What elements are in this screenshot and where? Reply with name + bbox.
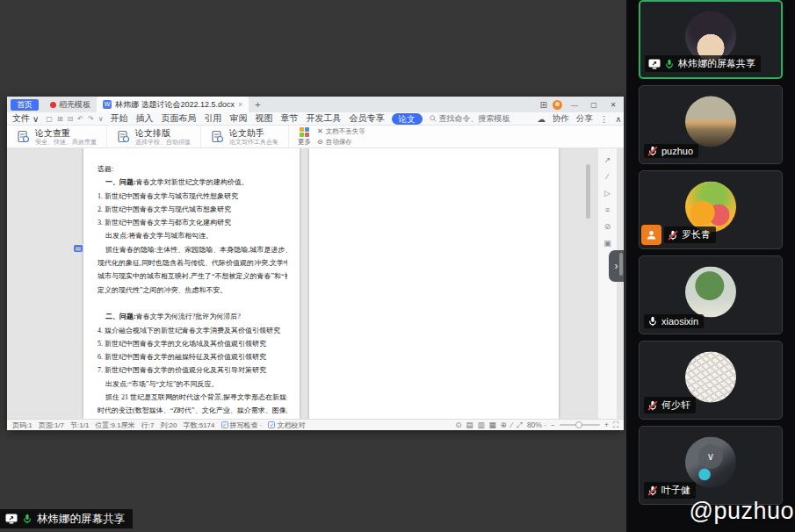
- participant-tile[interactable]: 罗长青: [639, 170, 783, 249]
- quick-tool-icon[interactable]: ▢: [46, 115, 53, 123]
- more-label: 更多: [298, 138, 311, 147]
- zoom-out-button[interactable]: −: [551, 421, 555, 429]
- ribbon-tab[interactable]: 开始: [111, 112, 128, 125]
- participant-tile[interactable]: puzhuo: [639, 85, 783, 164]
- side-tool-icon[interactable]: ∕: [607, 172, 609, 181]
- account-avatar[interactable]: [553, 100, 562, 110]
- more-menu-icon[interactable]: ⋮: [600, 114, 609, 124]
- quick-tool-icon[interactable]: ↷: [88, 115, 94, 123]
- fit-page-icon[interactable]: ⤢: [517, 421, 523, 430]
- share-button[interactable]: 分享: [576, 113, 593, 125]
- wps-titlebar: 首页 稻壳模板 W 林炜娜 选题讨论会2022.12.5.docx × + ⊞ …: [7, 97, 624, 112]
- comment-icon[interactable]: [74, 245, 83, 252]
- more-tools-button[interactable]: 更多: [298, 127, 311, 147]
- wps-menubar: 文件 ∨ ▢⊞⊟↶↷∨ 开始插入页面布局引用审阅视图章节开发工具会员专享 论文 …: [7, 112, 624, 126]
- extra-item-icon: ⊖: [317, 138, 323, 146]
- view-mode-icon[interactable]: ⊙: [455, 421, 461, 429]
- mic-icon: [647, 400, 658, 411]
- collaborate-button[interactable]: 协作: [553, 113, 569, 125]
- quick-access-toolbar[interactable]: ▢⊞⊟↶↷∨: [46, 115, 103, 123]
- vertical-scrollbar-thumb[interactable]: [586, 164, 590, 219]
- view-mode-icon[interactable]: ▤: [466, 421, 473, 429]
- view-mode-icon[interactable]: ∕: [511, 421, 512, 429]
- file-menu[interactable]: 文件 ∨: [12, 112, 39, 125]
- ribbon-tab[interactable]: 章节: [281, 112, 299, 125]
- document-line: 2. 新世纪中国青春文学与现代城市想象研究: [98, 203, 287, 216]
- ribbon-group-button[interactable]: 论文查重 安全、快速、高效查重: [7, 126, 107, 147]
- participant-name: puzhuo: [661, 146, 693, 156]
- document-line: 选题:: [98, 162, 287, 176]
- status-check-item[interactable]: ✓ 拼写检查 ·: [221, 421, 263, 430]
- chevron-down-icon[interactable]: ∨: [698, 444, 723, 469]
- ribbon-group-title: 论文排版: [135, 128, 191, 138]
- participant-tile[interactable]: xiaosixin: [639, 255, 783, 334]
- watermark-text: @puzhuo: [690, 498, 795, 525]
- quick-tool-icon[interactable]: ⊟: [68, 115, 74, 123]
- view-mode-icon[interactable]: ⊕: [501, 421, 507, 429]
- document-line: 7. 新世纪中国青春文学的价值观分化及其引导对策研究: [98, 363, 287, 377]
- layout-grid-icon[interactable]: ⊞: [540, 100, 547, 110]
- fullscreen-icon[interactable]: ⛶: [613, 421, 618, 430]
- ribbon-extra-item[interactable]: ⊖ 自动保存: [317, 138, 365, 147]
- ribbon-extra-item[interactable]: ✕ 文档不丢失等: [317, 127, 365, 136]
- docer-tab-label: 稻壳模板: [59, 99, 90, 111]
- participant-tile[interactable]: ∨ 叶子健: [639, 426, 783, 505]
- side-tool-icon[interactable]: ≡: [605, 205, 610, 214]
- side-tool-icon[interactable]: ⊘: [604, 222, 611, 231]
- quick-tool-icon[interactable]: ⊞: [57, 115, 63, 123]
- document-page-right: [309, 148, 559, 419]
- mic-icon: [647, 485, 658, 496]
- view-mode-icon[interactable]: ▦: [489, 421, 496, 429]
- search-input[interactable]: [439, 114, 524, 123]
- ribbon-group-title: 论文查重: [35, 128, 97, 138]
- document-line: 出发点:将青春文学与城市相勾连。: [98, 229, 287, 242]
- quick-tool-icon[interactable]: ↶: [77, 115, 83, 123]
- zoom-slider[interactable]: [560, 424, 600, 426]
- participant-tile[interactable]: 林炜娜的屏幕共享: [639, 0, 783, 79]
- host-badge: [641, 225, 661, 245]
- quick-tool-icon[interactable]: ∨: [98, 115, 104, 123]
- ribbon-tab[interactable]: 插入: [136, 112, 154, 125]
- view-mode-icon[interactable]: ▥: [477, 421, 484, 429]
- mic-on-icon: [22, 514, 33, 524]
- command-search[interactable]: [430, 114, 524, 123]
- document-canvas[interactable]: 选题: 一、问题:青春文学对新世纪文学的建构价值。 1. 新世纪中国青春文学与城…: [7, 148, 624, 419]
- screen-share-banner: 林炜娜的屏幕共享: [0, 509, 133, 528]
- ribbon-tab[interactable]: 视图: [256, 112, 273, 125]
- participant-nameplate: 林炜娜的屏幕共享: [645, 55, 761, 72]
- ribbon-tab-active-paper[interactable]: 论文: [392, 113, 423, 125]
- zoom-slider-thumb[interactable]: [575, 421, 582, 428]
- ribbon-tab[interactable]: 审阅: [230, 112, 248, 125]
- document-line: 二、问题:青春文学为何流行?批评为何滞后?: [98, 310, 287, 323]
- ribbon-tab[interactable]: 开发工具: [307, 112, 342, 125]
- ribbon-tabs: 开始插入页面布局引用审阅视图章节开发工具会员专享: [111, 112, 385, 125]
- participant-tile[interactable]: 何少轩: [639, 341, 783, 420]
- document-tab[interactable]: W 林炜娜 选题讨论会2022.12.5.docx ×: [97, 97, 249, 112]
- restore-button[interactable]: ▢: [587, 101, 601, 109]
- mic-icon: [647, 316, 658, 327]
- wps-home-button[interactable]: 首页: [11, 99, 39, 111]
- close-window-button[interactable]: ✕: [606, 101, 620, 109]
- minimize-button[interactable]: —: [567, 101, 582, 109]
- ribbon-group-title: 论文助手: [229, 128, 278, 138]
- sidebar-drag-handle[interactable]: [619, 253, 623, 276]
- status-check-item[interactable]: ✓ 文档校对: [268, 421, 305, 430]
- extra-item-icon: ✕: [317, 127, 323, 135]
- ribbon-tab[interactable]: 页面布局: [162, 112, 197, 125]
- status-segment: 节:1/1: [70, 421, 89, 430]
- ribbon-group-button[interactable]: 论文排版 选择学校、自动排版: [107, 126, 201, 147]
- ribbon-tab[interactable]: 会员专享: [350, 112, 385, 125]
- ribbon-tab[interactable]: 引用: [205, 112, 222, 125]
- docer-template-tab[interactable]: 稻壳模板: [44, 97, 97, 112]
- zoom-value[interactable]: 80% ·: [527, 421, 546, 429]
- side-tool-icon[interactable]: ▣: [603, 239, 611, 248]
- ribbon-group-button[interactable]: 论文助手 论文写作工具合集: [201, 126, 289, 147]
- extra-item-label: 文档不丢失等: [326, 127, 365, 136]
- zoom-in-button[interactable]: +: [604, 421, 609, 429]
- side-tool-icon[interactable]: ▷: [604, 189, 611, 198]
- new-tab-button[interactable]: +: [249, 99, 266, 110]
- collapse-ribbon-icon[interactable]: ∧: [616, 114, 622, 124]
- side-tool-icon[interactable]: ↗: [604, 155, 611, 164]
- cloud-sync-icon[interactable]: ☁: [538, 114, 546, 124]
- close-tab-icon[interactable]: ×: [238, 100, 242, 109]
